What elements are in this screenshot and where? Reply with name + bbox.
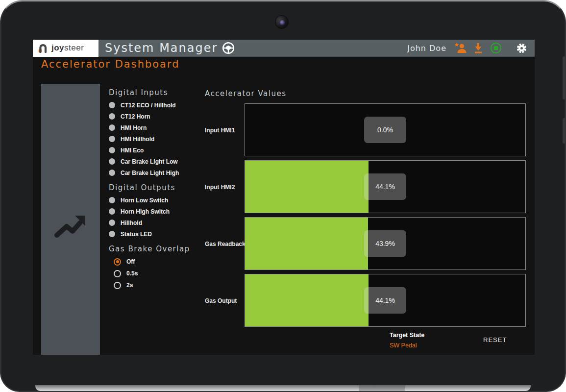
joysteer-logo-icon bbox=[37, 43, 48, 53]
digital-inputs-heading: Digital Inputs bbox=[109, 88, 168, 97]
digital-output-row: Hillhold bbox=[109, 217, 142, 228]
bar-label: Input HMI2 bbox=[205, 184, 235, 191]
camera-lens-icon bbox=[280, 20, 285, 25]
digital-input-label: HMI Eco bbox=[121, 147, 144, 154]
settings-button[interactable] bbox=[515, 42, 528, 54]
digital-input-label: HMI Hillhold bbox=[121, 136, 154, 143]
bar-value-badge: 44.1% bbox=[364, 287, 406, 314]
bar-fill bbox=[245, 218, 368, 270]
download-button[interactable] bbox=[472, 42, 485, 54]
tablet-bottom-notch bbox=[359, 385, 405, 391]
led-indicator-icon bbox=[109, 147, 115, 153]
led-indicator-icon bbox=[109, 220, 115, 226]
digital-output-row: Horn High Switch bbox=[109, 206, 170, 217]
radio-label: 2s bbox=[126, 282, 133, 289]
side-button-power bbox=[563, 118, 565, 144]
joysteer-logo-text: joysteer bbox=[51, 43, 84, 53]
led-indicator-icon bbox=[109, 102, 115, 108]
radio-icon[interactable] bbox=[114, 270, 121, 277]
bar-track: 44.1% bbox=[245, 160, 526, 213]
led-indicator-icon bbox=[109, 113, 115, 120]
digital-input-label: Car Brake Light Low bbox=[121, 158, 178, 165]
radio-option-05s[interactable]: 0.5s bbox=[114, 268, 138, 279]
digital-output-label: Hillhold bbox=[121, 220, 142, 226]
led-indicator-icon bbox=[109, 197, 115, 203]
front-camera bbox=[275, 15, 289, 29]
digital-input-row: CT12 Horn bbox=[109, 111, 150, 122]
digital-input-row: Car Brake Light High bbox=[109, 167, 179, 178]
status-ring-icon bbox=[491, 43, 501, 53]
bar-fill bbox=[245, 274, 369, 326]
add-user-button[interactable] bbox=[454, 42, 467, 54]
led-indicator-icon bbox=[109, 136, 115, 142]
bar-value-badge: 44.1% bbox=[364, 173, 406, 200]
digital-input-row: CT12 ECO / Hillhold bbox=[109, 99, 176, 111]
tablet-frame: joysteer System Manager John Doe bbox=[0, 0, 566, 392]
logo-text-bold: joy bbox=[51, 43, 64, 52]
bar-label: Gas Readback bbox=[205, 241, 246, 247]
bar-row-input-hmi2: Input HMI2 44.1% bbox=[205, 160, 527, 214]
download-icon bbox=[472, 42, 484, 54]
digital-output-row: Status LED bbox=[109, 228, 152, 240]
digital-input-row: HMI Horn bbox=[109, 122, 147, 133]
bar-row-gas-readback: Gas Readback 43.9% bbox=[205, 217, 527, 271]
side-button-volume bbox=[563, 56, 565, 99]
bar-label: Input HMI1 bbox=[205, 127, 235, 134]
bar-row-gas-output: Gas Output 44.1% bbox=[205, 274, 527, 328]
tablet-bottom-edge bbox=[35, 385, 531, 391]
target-state-label: Target State bbox=[390, 332, 424, 339]
reset-button[interactable]: RESET bbox=[483, 336, 507, 343]
led-indicator-icon bbox=[109, 158, 115, 165]
steering-wheel-icon bbox=[222, 42, 235, 54]
target-state-block: Target State SW Pedal bbox=[390, 332, 424, 349]
digital-output-label: Horn Low Switch bbox=[121, 197, 168, 204]
bar-row-input-hmi1: Input HMI1 0.0% bbox=[205, 103, 527, 157]
digital-input-row: Car Brake Light Low bbox=[109, 156, 178, 167]
digital-input-label: HMI Horn bbox=[121, 124, 147, 131]
app-title: System Manager bbox=[105, 41, 218, 55]
radio-label: 0.5s bbox=[126, 270, 138, 277]
bar-track: 0.0% bbox=[245, 103, 526, 156]
bar-value-badge: 0.0% bbox=[364, 117, 406, 143]
digital-input-row: HMI Eco bbox=[109, 145, 144, 156]
led-indicator-icon bbox=[109, 170, 115, 176]
app-bar-right: John Doe bbox=[407, 42, 535, 54]
status-dot-icon bbox=[494, 46, 498, 50]
gas-brake-overlap-heading: Gas Brake Overlap bbox=[109, 245, 190, 253]
add-user-icon bbox=[454, 42, 467, 54]
bar-track: 44.1% bbox=[245, 274, 526, 327]
digital-outputs-heading: Digital Outputs bbox=[109, 183, 175, 192]
target-state-value: SW Pedal bbox=[390, 342, 424, 349]
radio-icon[interactable] bbox=[114, 282, 121, 289]
trending-up-icon[interactable] bbox=[53, 209, 88, 246]
sidebar-panel bbox=[41, 84, 100, 355]
radio-option-off[interactable]: Off bbox=[114, 256, 135, 268]
user-name: John Doe bbox=[407, 44, 446, 53]
accelerator-values-heading: Accelerator Values bbox=[205, 89, 286, 98]
led-indicator-icon bbox=[109, 124, 115, 131]
app-bar: joysteer System Manager John Doe bbox=[33, 40, 535, 57]
digital-output-label: Horn High Switch bbox=[121, 208, 170, 215]
digital-input-row: HMI Hillhold bbox=[109, 133, 154, 145]
gear-icon bbox=[516, 42, 528, 54]
led-indicator-icon bbox=[109, 208, 115, 215]
bar-track: 43.9% bbox=[245, 217, 526, 270]
digital-output-row: Horn Low Switch bbox=[109, 195, 168, 206]
bar-label: Gas Output bbox=[205, 297, 237, 304]
page-title: Accelerator Dashboard bbox=[41, 58, 180, 70]
radio-label: Off bbox=[126, 258, 135, 265]
digital-output-label: Status LED bbox=[121, 231, 152, 238]
digital-input-label: CT12 Horn bbox=[121, 113, 150, 120]
app-screen: joysteer System Manager John Doe bbox=[33, 40, 535, 355]
system-status-indicator bbox=[490, 42, 502, 54]
digital-input-label: Car Brake Light High bbox=[121, 170, 179, 176]
joysteer-logo: joysteer bbox=[33, 40, 98, 57]
logo-text-light: steer bbox=[64, 43, 84, 52]
bar-fill bbox=[245, 161, 369, 213]
digital-input-label: CT12 ECO / Hillhold bbox=[121, 102, 176, 109]
bar-value-badge: 43.9% bbox=[364, 230, 406, 257]
led-indicator-icon bbox=[109, 231, 115, 237]
radio-option-2s[interactable]: 2s bbox=[114, 279, 133, 291]
radio-icon[interactable] bbox=[114, 258, 121, 266]
